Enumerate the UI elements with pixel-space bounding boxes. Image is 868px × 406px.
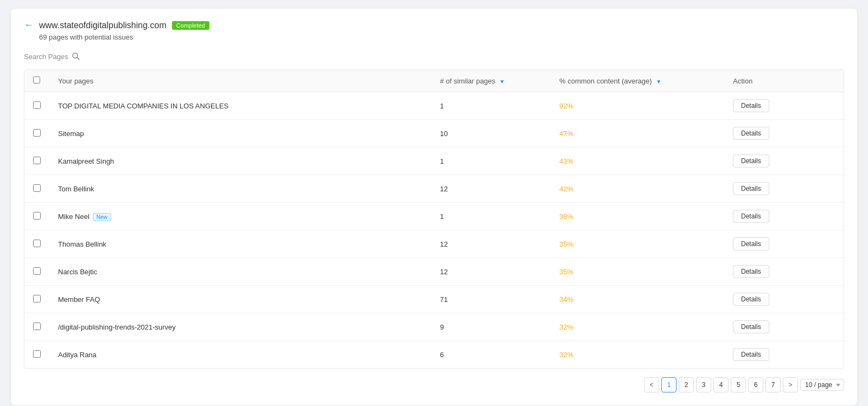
page-button-4[interactable]: 4 — [713, 377, 729, 392]
status-badge: Completed — [172, 21, 209, 30]
row-common-percent: 47% — [551, 120, 724, 147]
row-similar-count: 1 — [431, 147, 551, 175]
table-row: Narcis Bejtic1235%Details — [24, 258, 844, 286]
row-similar-count: 1 — [431, 203, 551, 230]
row-common-percent: 42% — [551, 175, 724, 203]
row-page-name: /digital-publishing-trends-2021-survey — [49, 313, 431, 341]
table-row: Tom Bellink1242%Details — [24, 175, 844, 203]
row-checkbox-8[interactable] — [33, 323, 41, 330]
row-checkbox-2[interactable] — [33, 157, 41, 164]
row-checkbox-cell[interactable] — [24, 92, 49, 120]
table-row: Member FAQ7134%Details — [24, 286, 844, 313]
details-button[interactable]: Details — [733, 154, 769, 167]
row-similar-count: 12 — [431, 175, 551, 203]
row-checkbox-cell[interactable] — [24, 230, 49, 258]
row-action-cell: Details — [724, 92, 844, 120]
row-checkbox-cell[interactable] — [24, 147, 49, 175]
details-button[interactable]: Details — [733, 265, 769, 278]
details-button[interactable]: Details — [733, 127, 769, 140]
header-similar-pages[interactable]: # of similar pages ▼ — [431, 70, 551, 92]
details-button[interactable]: Details — [733, 210, 769, 223]
page-button-6[interactable]: 6 — [748, 377, 763, 392]
page-button-2[interactable]: 2 — [679, 377, 694, 392]
row-checkbox-cell[interactable] — [24, 175, 49, 203]
page-button-5[interactable]: 5 — [731, 377, 746, 392]
row-page-name: Member FAQ — [49, 286, 431, 313]
row-action-cell: Details — [724, 175, 844, 203]
row-checkbox-cell[interactable] — [24, 341, 49, 369]
sort-icon-common: ▼ — [656, 79, 661, 85]
row-checkbox-cell[interactable] — [24, 203, 49, 230]
row-checkbox-1[interactable] — [33, 129, 41, 137]
row-similar-count: 10 — [431, 120, 551, 147]
search-bar[interactable]: Search Pages — [24, 52, 844, 61]
details-button[interactable]: Details — [733, 99, 769, 112]
next-page-button[interactable]: > — [783, 377, 798, 392]
row-similar-count: 6 — [431, 341, 551, 369]
sort-icon-similar: ▼ — [500, 79, 505, 85]
svg-line-1 — [77, 57, 79, 60]
row-checkbox-0[interactable] — [33, 101, 41, 109]
row-checkbox-cell[interactable] — [24, 286, 49, 313]
row-page-name: Kamalpreet Singh — [49, 147, 431, 175]
pagination: < 1 2 3 4 5 6 7 > 10 / page 20 / page 50… — [24, 377, 844, 392]
row-checkbox-3[interactable] — [33, 184, 41, 192]
row-page-name: TOP DIGITAL MEDIA COMPANIES IN LOS ANGEL… — [49, 92, 431, 120]
table-row: Kamalpreet Singh143%Details — [24, 147, 844, 175]
row-similar-count: 9 — [431, 313, 551, 341]
top-bar: ← www.stateofdigitalpublishing.com Compl… — [24, 20, 844, 31]
table-row: Mike NeelNew138%Details — [24, 203, 844, 230]
details-button[interactable]: Details — [733, 320, 769, 333]
page-size-select[interactable]: 10 / page 20 / page 50 / page — [800, 379, 844, 391]
header-your-pages: Your pages — [49, 70, 431, 92]
main-container: ← www.stateofdigitalpublishing.com Compl… — [11, 9, 857, 405]
details-button[interactable]: Details — [733, 348, 769, 361]
page-button-7[interactable]: 7 — [765, 377, 781, 392]
header-action: Action — [724, 70, 844, 92]
row-common-percent: 35% — [551, 230, 724, 258]
page-button-1[interactable]: 1 — [661, 377, 676, 392]
back-button[interactable]: ← — [24, 20, 34, 31]
row-common-percent: 38% — [551, 203, 724, 230]
details-button[interactable]: Details — [733, 182, 769, 195]
row-checkbox-4[interactable] — [33, 212, 41, 220]
row-action-cell: Details — [724, 203, 844, 230]
row-page-name: Narcis Bejtic — [49, 258, 431, 286]
header-checkbox-cell[interactable] — [24, 70, 49, 92]
page-button-3[interactable]: 3 — [696, 377, 711, 392]
row-checkbox-9[interactable] — [33, 350, 41, 358]
row-checkbox-cell[interactable] — [24, 313, 49, 341]
select-all-checkbox[interactable] — [33, 76, 40, 83]
row-similar-count: 12 — [431, 258, 551, 286]
row-action-cell: Details — [724, 147, 844, 175]
row-checkbox-5[interactable] — [33, 240, 41, 247]
row-page-name: Aditya Rana — [49, 341, 431, 369]
prev-page-button[interactable]: < — [644, 377, 659, 392]
subtitle: 69 pages with potential issues — [39, 33, 844, 41]
table-header-row: Your pages # of similar pages ▼ % common… — [24, 70, 844, 92]
header-common-content[interactable]: % common content (average) ▼ — [551, 70, 724, 92]
row-checkbox-cell[interactable] — [24, 120, 49, 147]
row-checkbox-6[interactable] — [33, 267, 41, 275]
row-action-cell: Details — [724, 120, 844, 147]
row-similar-count: 1 — [431, 92, 551, 120]
row-common-percent: 43% — [551, 147, 724, 175]
row-common-percent: 32% — [551, 313, 724, 341]
row-page-name: Sitemap — [49, 120, 431, 147]
table-row: Sitemap1047%Details — [24, 120, 844, 147]
row-action-cell: Details — [724, 258, 844, 286]
row-common-percent: 32% — [551, 341, 724, 369]
row-common-percent: 34% — [551, 286, 724, 313]
row-action-cell: Details — [724, 313, 844, 341]
data-table: Your pages # of similar pages ▼ % common… — [24, 69, 844, 369]
table-row: /digital-publishing-trends-2021-survey93… — [24, 313, 844, 341]
details-button[interactable]: Details — [733, 237, 769, 250]
row-action-cell: Details — [724, 230, 844, 258]
row-page-name: Tom Bellink — [49, 175, 431, 203]
row-checkbox-7[interactable] — [33, 295, 41, 302]
row-page-name: Mike NeelNew — [49, 203, 431, 230]
row-similar-count: 71 — [431, 286, 551, 313]
table-row: Thomas Bellink1235%Details — [24, 230, 844, 258]
row-checkbox-cell[interactable] — [24, 258, 49, 286]
details-button[interactable]: Details — [733, 293, 769, 306]
